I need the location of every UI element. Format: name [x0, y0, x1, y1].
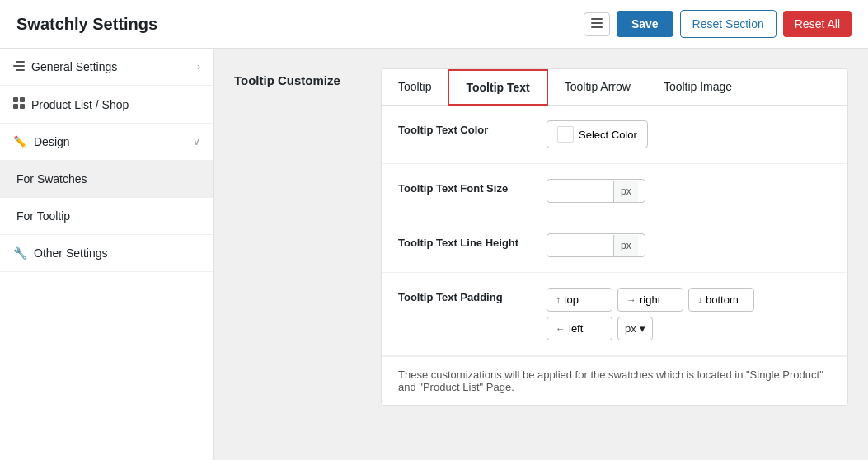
sidebar-label-other-settings: Other Settings [34, 246, 108, 260]
sidebar-label-for-swatches: For Swatches [16, 172, 87, 185]
arrow-left-icon: ← [556, 323, 565, 335]
sidebar-item-other-settings[interactable]: 🔧 Other Settings [0, 235, 213, 272]
menu-icon-button[interactable] [584, 12, 610, 36]
svg-rect-5 [16, 69, 25, 71]
padding-left-button[interactable]: ← left [547, 317, 612, 340]
sidebar-label-general-settings: General Settings [31, 60, 117, 73]
unit-select-value: px [625, 322, 636, 335]
arrow-down-icon: ↓ [697, 294, 702, 306]
line-height-input[interactable] [547, 234, 613, 256]
font-size-unit: px [613, 181, 638, 202]
line-height-unit: px [613, 235, 638, 256]
form-row-padding: Tooltip Text Padding ↑ top [382, 273, 847, 356]
svg-rect-0 [591, 18, 603, 20]
arrow-up-icon: ↑ [556, 294, 561, 306]
svg-rect-9 [20, 104, 25, 109]
lines-icon [13, 60, 25, 73]
tab-tooltip-text[interactable]: Tooltip Text [448, 69, 547, 106]
label-line-height: Tooltip Text Line Height [398, 233, 547, 249]
chevron-right-icon: › [197, 61, 200, 73]
svg-rect-1 [591, 22, 603, 24]
tab-tooltip[interactable]: Tooltip [382, 69, 448, 106]
form-row-font-size: Tooltip Text Font Size px [382, 164, 847, 218]
label-font-size: Tooltip Text Font Size [398, 179, 547, 195]
color-swatch [557, 126, 574, 143]
settings-card: Tooltip Tooltip Text Tooltip Arrow Toolt… [381, 68, 848, 406]
sidebar-item-design[interactable]: ✏️ Design ∨ [0, 124, 213, 161]
svg-rect-4 [13, 65, 25, 67]
svg-rect-6 [13, 97, 18, 102]
font-size-input[interactable] [547, 180, 613, 202]
reset-section-button[interactable]: Reset Section [680, 10, 777, 38]
line-height-input-wrapper: px [547, 233, 645, 257]
footer-note: These customizations will be applied for… [382, 356, 847, 405]
padding-right-button[interactable]: → right [617, 288, 683, 312]
label-text-color: Tooltip Text Color [398, 120, 547, 136]
svg-rect-3 [16, 61, 25, 63]
app-title: Swatchly Settings [16, 15, 157, 34]
design-icon: ✏️ [13, 135, 27, 148]
chevron-down-icon: ∨ [193, 136, 200, 148]
main-content: Tooltip Customize Tooltip Tooltip Text T… [214, 49, 868, 460]
padding-left-label: left [569, 322, 583, 335]
svg-rect-2 [591, 26, 603, 28]
padding-bottom-label: bottom [706, 293, 739, 306]
control-font-size: px [547, 179, 831, 203]
padding-right-label: right [640, 293, 660, 306]
wrench-icon: 🔧 [13, 246, 27, 260]
label-padding: Tooltip Text Padding [398, 288, 547, 303]
unit-select-chevron: ▾ [640, 322, 645, 335]
sidebar-item-general-settings[interactable]: General Settings › [0, 49, 213, 86]
color-picker-button[interactable]: Select Color [547, 120, 648, 148]
section-label: Tooltip Customize [234, 68, 341, 406]
grid-icon [13, 97, 25, 111]
svg-rect-8 [13, 104, 18, 109]
sidebar-label-product-list-shop: Product List / Shop [31, 98, 129, 111]
sidebar-item-product-list-shop[interactable]: Product List / Shop [0, 86, 213, 124]
tab-bar: Tooltip Tooltip Text Tooltip Arrow Toolt… [382, 69, 847, 106]
svg-rect-7 [20, 97, 25, 102]
padding-controls: ↑ top → right ↓ [547, 288, 831, 340]
reset-all-button[interactable]: Reset All [783, 11, 852, 37]
save-button[interactable]: Save [617, 11, 673, 37]
app-header: Swatchly Settings Save Reset Section Res… [0, 0, 868, 49]
sidebar-label-design: Design [34, 135, 70, 148]
sidebar-item-for-swatches[interactable]: For Swatches [0, 161, 213, 198]
font-size-input-wrapper: px [547, 179, 645, 203]
sidebar-label-for-tooltip: For Tooltip [16, 209, 70, 223]
form-row-line-height: Tooltip Text Line Height px [382, 218, 847, 273]
control-text-color: Select Color [547, 120, 831, 148]
sidebar-item-for-tooltip[interactable]: For Tooltip [0, 198, 213, 235]
color-picker-label: Select Color [579, 129, 637, 141]
padding-top-label: top [564, 293, 579, 306]
control-line-height: px [547, 233, 831, 257]
padding-top-button[interactable]: ↑ top [547, 288, 612, 312]
header-actions: Save Reset Section Reset All [584, 10, 852, 38]
padding-row-left-unit: ← left px ▾ [547, 317, 831, 340]
arrow-right-icon: → [626, 294, 636, 306]
padding-bottom-button[interactable]: ↓ bottom [688, 288, 754, 312]
control-padding: ↑ top → right ↓ [547, 288, 831, 340]
sidebar: General Settings › Product List / Shop ✏… [0, 49, 214, 460]
tab-tooltip-arrow[interactable]: Tooltip Arrow [548, 69, 647, 106]
form-row-text-color: Tooltip Text Color Select Color [382, 106, 847, 164]
tab-tooltip-image[interactable]: Tooltip Image [647, 69, 748, 106]
unit-select[interactable]: px ▾ [617, 317, 653, 340]
padding-row-top-right-bottom: ↑ top → right ↓ [547, 288, 831, 312]
